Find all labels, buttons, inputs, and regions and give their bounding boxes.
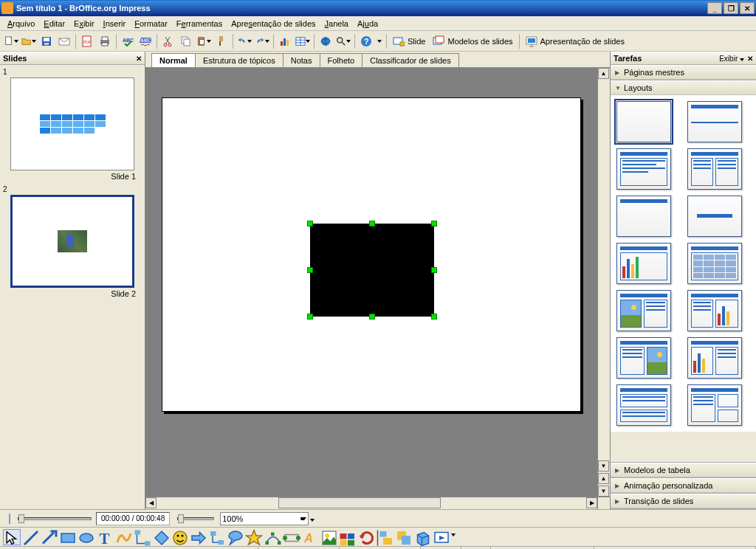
fontwork-tool[interactable]: A [302,529,320,545]
scroll-right-button[interactable]: ▶ [586,497,597,508]
resize-handle-ne[interactable] [431,221,437,227]
chart-button[interactable] [277,33,293,49]
task-section-modelos-tabela[interactable]: ▶Modelos de tabela [611,463,756,477]
tasks-view-menu[interactable]: Exibir [719,55,744,63]
from-file-tool[interactable] [320,529,338,545]
resize-handle-se[interactable] [431,314,437,320]
block-arrows-tool[interactable] [190,529,207,545]
slide-masters-button[interactable]: Modelos de slides [430,35,515,47]
stop-button[interactable] [9,514,10,524]
menu-inserir[interactable]: Inserir [99,18,131,30]
cut-button[interactable] [160,33,176,49]
scroll-down-button[interactable]: ▼ [598,460,609,472]
zoom-combo[interactable]: 100% [220,512,309,525]
slideshow-button[interactable]: Apresentação de slides [523,35,628,47]
flowchart-tool[interactable] [208,529,226,545]
position-slider[interactable] [18,517,92,520]
slide-thumbnail-2[interactable] [10,195,134,288]
next-slide-button[interactable]: ▼ [598,486,609,497]
rotate-tool[interactable] [358,529,376,545]
tasks-panel-close[interactable]: ✕ [747,55,753,63]
resize-handle-nw[interactable] [307,221,313,227]
connector-tool[interactable] [134,529,151,545]
print-button[interactable] [97,33,113,49]
copy-button[interactable] [178,33,194,49]
layout-title-chart[interactable] [616,243,671,284]
text-tool[interactable]: T [96,529,114,545]
tab-notes[interactable]: Notas [283,53,320,67]
menu-exibir[interactable]: Exibir [69,18,99,30]
task-section-layouts[interactable]: ▼Layouts [611,80,756,95]
tab-handout[interactable]: Folheto [320,53,363,67]
layout-title-only[interactable] [616,196,671,237]
layout-title-2content[interactable] [687,148,742,190]
ellipse-tool[interactable] [78,529,95,545]
close-button[interactable]: ✕ [740,2,755,14]
extrusion-tool[interactable] [414,529,432,545]
curve-tool[interactable] [115,529,133,545]
minimize-button[interactable]: _ [707,2,722,14]
menu-ferramentas[interactable]: Ferramentas [172,18,227,30]
layout-title-content[interactable] [616,148,671,190]
points-tool[interactable] [264,529,282,545]
hyperlink-button[interactable] [317,33,334,49]
zoom-button[interactable] [335,33,351,49]
resize-handle-s[interactable] [369,314,375,320]
layout-title-text-2box[interactable] [687,384,742,426]
layout-title-chart-text[interactable] [687,337,742,379]
horizontal-scrollbar[interactable]: ◀ ▶ [145,497,597,509]
layout-title-text-chart[interactable] [687,290,742,331]
scrollbar-thumb[interactable] [278,497,441,508]
arrange-tool[interactable] [395,529,413,545]
autospell-button[interactable]: ABC [137,33,154,49]
slide-thumbnail-1[interactable] [10,77,134,170]
draw-toolbar-overflow[interactable] [451,529,458,545]
basic-shapes-tool[interactable] [153,529,171,545]
prev-slide-button[interactable]: ▲ [598,473,609,484]
layout-title[interactable] [687,101,742,142]
callouts-tool[interactable] [227,529,244,545]
layout-blank[interactable] [616,101,671,142]
menu-ajuda[interactable]: Ajuda [353,18,382,30]
table-button[interactable] [295,33,311,49]
layout-title-text-image[interactable] [616,337,671,379]
volume-slider[interactable] [177,517,214,520]
format-paintbrush-button[interactable] [213,33,230,49]
menu-janela[interactable]: Janela [320,18,353,30]
gallery-tool[interactable] [339,529,357,545]
vertical-scrollbar[interactable]: ▲ ▼ ▲ ▼ [597,68,610,497]
tab-sorter[interactable]: Classificador de slides [362,53,458,67]
paste-button[interactable] [196,33,212,49]
layout-title-2row[interactable] [616,384,671,426]
restore-button[interactable]: ❐ [724,2,738,14]
interaction-tool[interactable] [433,529,450,545]
new-button[interactable] [3,33,19,49]
canvas-viewport[interactable] [145,68,597,497]
menu-editar[interactable]: Editar [39,18,69,30]
media-toolbar-overflow[interactable] [310,514,317,523]
redo-button[interactable] [254,33,270,49]
slide-canvas[interactable] [162,97,581,412]
glue-points-tool[interactable] [283,529,300,545]
media-object[interactable] [310,224,434,317]
menu-arquivo[interactable]: Arquivo [3,18,39,30]
line-tool[interactable] [22,529,40,545]
open-button[interactable] [21,33,37,49]
slides-panel-close[interactable]: ✕ [136,55,142,63]
layout-title-image-text[interactable] [616,290,671,331]
resize-handle-e[interactable] [431,267,437,273]
resize-handle-n[interactable] [369,221,375,227]
alignment-tool[interactable] [377,529,394,545]
email-button[interactable] [56,33,72,49]
scroll-left-button[interactable]: ◀ [145,497,157,508]
tab-normal[interactable]: Normal [151,53,196,67]
resize-handle-w[interactable] [307,267,313,273]
task-section-transicao[interactable]: ▶Transição de slides [611,494,756,508]
scroll-up-button[interactable]: ▲ [598,68,609,79]
menu-apresentacao[interactable]: Apresentação de slides [227,18,320,30]
stars-tool[interactable] [245,529,263,545]
save-button[interactable] [38,33,55,49]
rectangle-tool[interactable] [59,529,77,545]
tab-outline[interactable]: Estrutura de tópicos [195,53,284,67]
select-tool[interactable] [3,529,21,545]
